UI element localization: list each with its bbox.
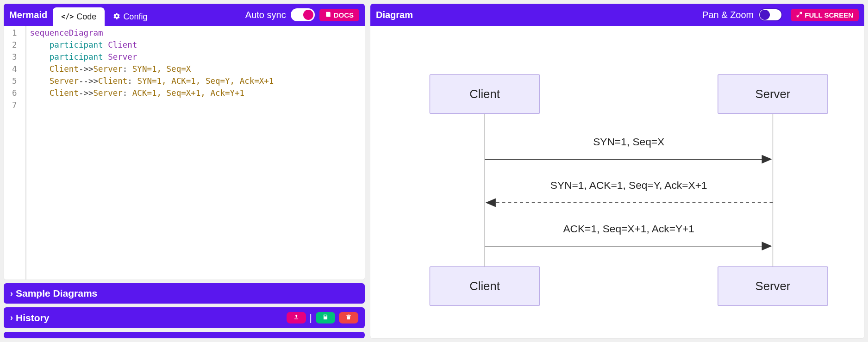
gear-icon: [113, 12, 120, 21]
code-icon: </>: [61, 12, 74, 21]
autosync-label: Auto sync: [245, 10, 286, 20]
line-number: 4: [12, 63, 17, 75]
line-number: 7: [12, 99, 17, 111]
code-line[interactable]: sequenceDiagram: [30, 27, 274, 39]
panzoom-toggle[interactable]: [758, 8, 782, 21]
msg-3-label: ACK=1, Seq=X+1, Ack=Y+1: [563, 223, 694, 235]
line-number: 3: [12, 51, 17, 63]
history-actions: |: [287, 312, 358, 323]
history-accordion[interactable]: › History |: [4, 307, 365, 328]
docs-label: DOCS: [334, 11, 354, 19]
fullscreen-button[interactable]: FULL SCREEN: [791, 9, 859, 21]
autosync-toggle[interactable]: [291, 8, 315, 21]
diagram-title: Diagram: [376, 10, 413, 20]
sample-diagrams-accordion[interactable]: › Sample Diagrams: [4, 283, 365, 304]
trash-icon: [345, 314, 352, 322]
upload-icon: [293, 314, 300, 322]
save-icon: [322, 314, 329, 322]
tab-code[interactable]: </> Code: [53, 7, 105, 26]
code-line[interactable]: participant Client: [30, 39, 274, 51]
code-line[interactable]: Server-->>Client: SYN=1, ACK=1, Seq=Y, A…: [30, 75, 274, 87]
msg-1-label: SYN=1, Seq=X: [593, 136, 664, 148]
editor-bar: Mermaid </> Code Config Auto sync: [4, 4, 365, 26]
sequence-diagram: Client Server SYN=1, Seq=X SYN=1, ACK=1,…: [370, 26, 864, 338]
history-delete-button[interactable]: [339, 312, 358, 323]
actor-server-bottom-label: Server: [756, 280, 791, 292]
sample-diagrams-label: Sample Diagrams: [16, 288, 97, 299]
editor-panel: Mermaid </> Code Config Auto sync: [4, 4, 365, 280]
actions-accordion-partial[interactable]: [4, 332, 365, 338]
line-number: 1: [12, 27, 17, 39]
fullscreen-label: FULL SCREEN: [805, 11, 853, 19]
diagram-canvas[interactable]: Client Server SYN=1, Seq=X SYN=1, ACK=1,…: [370, 26, 864, 338]
history-upload-button[interactable]: [287, 312, 306, 323]
tab-config-label: Config: [123, 12, 147, 22]
code-line[interactable]: Client->>Server: SYN=1, Seq=X: [30, 63, 274, 75]
separator: |: [310, 312, 312, 323]
editor-tabs: </> Code Config: [53, 4, 156, 26]
history-save-button[interactable]: [316, 312, 335, 323]
editor-gutter: 1234567: [4, 26, 25, 280]
tab-config[interactable]: Config: [105, 7, 156, 26]
line-number: 5: [12, 75, 17, 87]
history-label: History: [16, 312, 49, 323]
panzoom-label: Pan & Zoom: [702, 10, 754, 20]
code-line[interactable]: Client->>Server: ACK=1, Seq=X+1, Ack=Y+1: [30, 87, 274, 99]
book-icon: [325, 11, 331, 19]
code-line[interactable]: participant Server: [30, 51, 274, 63]
code-editor[interactable]: 1234567 sequenceDiagram participant Clie…: [4, 26, 365, 280]
editor-code[interactable]: sequenceDiagram participant Client parti…: [25, 26, 278, 280]
line-number: 6: [12, 87, 17, 99]
chevron-right-icon: ›: [10, 313, 13, 323]
actor-server-top-label: Server: [756, 87, 791, 100]
fullscreen-icon: [796, 11, 802, 19]
code-line[interactable]: [30, 99, 274, 111]
msg-2-label: SYN=1, ACK=1, Seq=Y, Ack=X+1: [550, 179, 707, 191]
chevron-right-icon: ›: [10, 289, 13, 298]
diagram-panel: Diagram Pan & Zoom FULL SCREEN: [370, 4, 864, 338]
actor-client-top-label: Client: [469, 87, 500, 100]
app-title: Mermaid: [9, 10, 47, 20]
tab-code-label: Code: [76, 12, 96, 22]
line-number: 2: [12, 39, 17, 51]
actor-client-bottom-label: Client: [469, 280, 500, 292]
diagram-bar: Diagram Pan & Zoom FULL SCREEN: [370, 4, 864, 26]
docs-button[interactable]: DOCS: [319, 9, 359, 21]
